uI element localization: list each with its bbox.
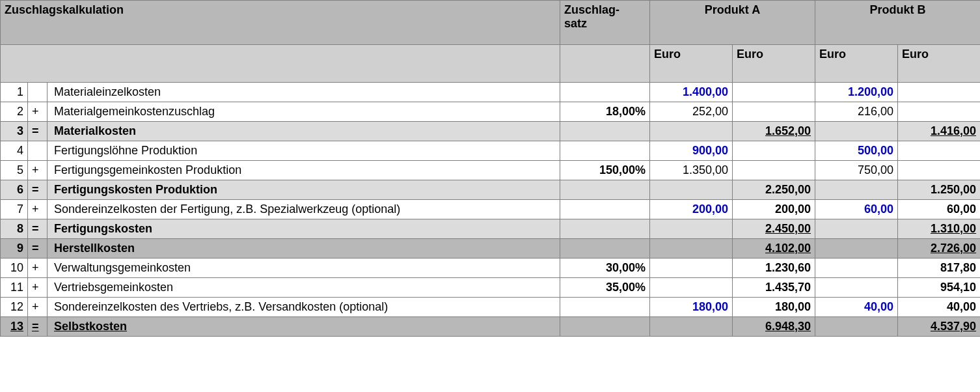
row-rate <box>560 200 650 219</box>
blank-rate-header <box>560 45 650 83</box>
row-b2: 4.537,90 <box>898 317 980 337</box>
row-rate <box>560 239 650 259</box>
row-label: Fertigungslöhne Produktion <box>48 141 560 161</box>
row-a1 <box>650 180 733 200</box>
row-operator: + <box>28 102 48 122</box>
row-label: Herstellkosten <box>48 239 560 259</box>
rate-header: Zuschlag- satz <box>560 1 650 45</box>
table-row: 3=Materialkosten1.652,001.416,00 <box>1 122 981 141</box>
row-number: 9 <box>1 239 28 259</box>
row-operator <box>28 141 48 161</box>
row-a1 <box>650 317 733 337</box>
row-rate: 30,00% <box>560 259 650 278</box>
row-a2: 2.450,00 <box>733 219 815 239</box>
row-operator: = <box>28 317 48 337</box>
row-rate <box>560 219 650 239</box>
row-b2 <box>898 102 980 122</box>
blank-header <box>1 45 560 83</box>
row-a1 <box>650 219 733 239</box>
row-a1 <box>650 278 733 298</box>
table-row: 10+Verwaltungsgemeinkosten30,00%1.230,60… <box>1 259 981 278</box>
euro-header-a2: Euro <box>733 45 815 83</box>
row-label: Sondereinzelkosten des Vertriebs, z.B. V… <box>48 298 560 317</box>
row-number: 12 <box>1 298 28 317</box>
table-body: 1Materialeinzelkosten1.400,001.200,002+M… <box>1 83 981 337</box>
row-operator: + <box>28 259 48 278</box>
row-rate <box>560 298 650 317</box>
row-number: 3 <box>1 122 28 141</box>
row-a2: 6.948,30 <box>733 317 815 337</box>
row-rate <box>560 317 650 337</box>
row-a2 <box>733 83 815 102</box>
row-operator <box>28 83 48 102</box>
row-label: Fertigungskosten Produktion <box>48 180 560 200</box>
row-a1: 1.400,00 <box>650 83 733 102</box>
row-label: Selbstkosten <box>48 317 560 337</box>
row-a1: 252,00 <box>650 102 733 122</box>
row-label: Vertriebsgemeinkosten <box>48 278 560 298</box>
row-rate <box>560 122 650 141</box>
row-rate: 18,00% <box>560 102 650 122</box>
row-b1 <box>815 259 898 278</box>
row-b2: 1.250,00 <box>898 180 980 200</box>
row-label: Materialeinzelkosten <box>48 83 560 102</box>
row-rate: 150,00% <box>560 161 650 180</box>
row-rate <box>560 141 650 161</box>
calculation-table: Zuschlagskalkulation Zuschlag- satz Prod… <box>0 0 980 337</box>
row-b2: 817,80 <box>898 259 980 278</box>
row-label: Fertigungsgemeinkosten Produktion <box>48 161 560 180</box>
row-number: 6 <box>1 180 28 200</box>
row-b2: 2.726,00 <box>898 239 980 259</box>
row-b1 <box>815 122 898 141</box>
row-number: 5 <box>1 161 28 180</box>
row-a2: 1.230,60 <box>733 259 815 278</box>
row-b2 <box>898 141 980 161</box>
row-b1 <box>815 278 898 298</box>
row-b2: 60,00 <box>898 200 980 219</box>
row-b1 <box>815 180 898 200</box>
row-a2: 1.652,00 <box>733 122 815 141</box>
row-a1: 180,00 <box>650 298 733 317</box>
row-operator: + <box>28 298 48 317</box>
row-b2: 1.416,00 <box>898 122 980 141</box>
row-b1 <box>815 239 898 259</box>
table-row: 13=Selbstkosten6.948,304.537,90 <box>1 317 981 337</box>
row-label: Materialkosten <box>48 122 560 141</box>
row-a1 <box>650 259 733 278</box>
row-number: 11 <box>1 278 28 298</box>
row-operator: = <box>28 180 48 200</box>
row-b2 <box>898 161 980 180</box>
row-b2: 954,10 <box>898 278 980 298</box>
row-a1: 900,00 <box>650 141 733 161</box>
row-b1: 60,00 <box>815 200 898 219</box>
row-label: Materialgemeinkostenzuschlag <box>48 102 560 122</box>
row-a2: 180,00 <box>733 298 815 317</box>
table-row: 8=Fertigungskosten2.450,001.310,00 <box>1 219 981 239</box>
title-cell: Zuschlagskalkulation <box>1 1 560 45</box>
table-row: 5+Fertigungsgemeinkosten Produktion150,0… <box>1 161 981 180</box>
row-b2: 1.310,00 <box>898 219 980 239</box>
row-number: 2 <box>1 102 28 122</box>
row-a1 <box>650 239 733 259</box>
row-label: Sondereinzelkosten der Fertigung, z.B. S… <box>48 200 560 219</box>
row-rate <box>560 83 650 102</box>
table-row: 7+Sondereinzelkosten der Fertigung, z.B.… <box>1 200 981 219</box>
row-number: 10 <box>1 259 28 278</box>
row-number: 1 <box>1 83 28 102</box>
row-a2: 2.250,00 <box>733 180 815 200</box>
header-row-1: Zuschlagskalkulation Zuschlag- satz Prod… <box>1 1 981 45</box>
table-row: 6=Fertigungskosten Produktion2.250,001.2… <box>1 180 981 200</box>
row-rate: 35,00% <box>560 278 650 298</box>
row-b1: 750,00 <box>815 161 898 180</box>
row-a1: 1.350,00 <box>650 161 733 180</box>
row-operator: + <box>28 278 48 298</box>
product-b-header: Produkt B <box>815 1 980 45</box>
header-row-2: Euro Euro Euro Euro <box>1 45 981 83</box>
row-a2: 1.435,70 <box>733 278 815 298</box>
row-operator: = <box>28 122 48 141</box>
euro-header-a1: Euro <box>650 45 733 83</box>
euro-header-b2: Euro <box>898 45 980 83</box>
product-a-header: Produkt A <box>650 1 815 45</box>
row-b1 <box>815 219 898 239</box>
table-row: 4Fertigungslöhne Produktion900,00500,00 <box>1 141 981 161</box>
